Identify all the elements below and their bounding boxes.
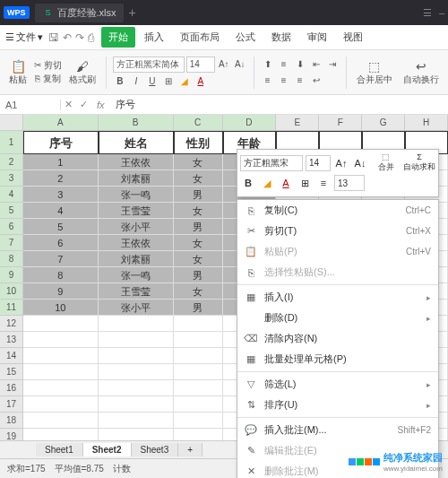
menu-page-layout[interactable]: 页面布局 (173, 27, 227, 48)
col-header[interactable]: C (174, 115, 223, 131)
cancel-icon[interactable]: ✕ (61, 99, 76, 110)
name-box[interactable]: A1 (0, 100, 61, 110)
cell[interactable]: 刘素丽 (99, 170, 174, 187)
minimize-icon[interactable]: – (439, 7, 444, 19)
cell[interactable] (23, 316, 99, 332)
row-header[interactable]: 12 (0, 316, 23, 332)
paste-button[interactable]: 📋粘贴 (5, 57, 30, 88)
formula-input[interactable]: 序号 (110, 98, 141, 111)
row-header[interactable]: 17 (0, 396, 23, 413)
cell[interactable]: 张小平 (99, 219, 174, 235)
cell[interactable]: 男 (174, 267, 223, 283)
mini-font-color-icon[interactable]: A (278, 175, 294, 191)
cell[interactable]: 女 (174, 203, 223, 219)
row-header[interactable]: 15 (0, 364, 23, 380)
cell[interactable]: 序号 (23, 131, 99, 154)
cell[interactable]: 男 (174, 300, 223, 316)
row-header[interactable]: 16 (0, 380, 23, 396)
align-center-icon[interactable]: ≡ (277, 74, 291, 88)
cell[interactable] (23, 413, 99, 429)
cell[interactable]: 10 (23, 300, 99, 316)
cell[interactable]: 女 (174, 283, 223, 300)
indent-right-icon[interactable]: ⇥ (325, 57, 340, 72)
cell[interactable]: 女 (174, 251, 223, 267)
select-all-corner[interactable] (0, 115, 23, 131)
copy-button[interactable]: ⎘ 复制 (35, 73, 61, 85)
cell[interactable] (23, 380, 99, 396)
mini-border-icon[interactable]: ⊞ (297, 175, 313, 191)
bold-button[interactable]: B (113, 74, 127, 89)
row-header[interactable]: 14 (0, 348, 23, 364)
row-header[interactable]: 8 (0, 251, 23, 267)
mini-merge-button[interactable]: ⬚合并 (378, 152, 394, 173)
format-painter-button[interactable]: 🖌格式刷 (65, 57, 99, 88)
new-tab-button[interactable]: + (129, 5, 136, 20)
cell[interactable] (99, 413, 174, 429)
settings-icon[interactable]: ☰ (423, 7, 432, 19)
cell[interactable]: 姓名 (99, 131, 174, 154)
add-sheet-button[interactable]: + (178, 443, 202, 456)
cell[interactable] (99, 332, 174, 348)
row-header[interactable]: 5 (0, 203, 23, 219)
cm-insert[interactable]: ▦插入(I)▸ (237, 287, 438, 308)
row-header[interactable]: 7 (0, 235, 23, 251)
cell[interactable]: 1 (23, 154, 99, 170)
row-header[interactable]: 9 (0, 267, 23, 283)
col-header[interactable]: E (276, 115, 319, 131)
cell[interactable]: 4 (23, 203, 99, 219)
cell[interactable] (23, 348, 99, 364)
cm-copy[interactable]: ⎘复制(C)Ctrl+C (237, 200, 438, 221)
cell[interactable] (174, 364, 223, 380)
col-header[interactable]: A (23, 115, 99, 131)
cell[interactable] (23, 396, 99, 413)
font-size-select[interactable]: 14 (186, 56, 215, 73)
menu-start[interactable]: 开始 (101, 27, 135, 48)
font-color-button[interactable]: A (194, 74, 208, 89)
align-right-icon[interactable]: ≡ (293, 74, 307, 88)
cut-button[interactable]: ✂ 剪切 (34, 59, 62, 72)
col-header[interactable]: D (223, 115, 277, 131)
cm-batch[interactable]: ▦批量处理单元格(P) (237, 349, 438, 369)
row-header[interactable]: 10 (0, 283, 23, 300)
file-tab[interactable]: S 百度经验.xlsx (35, 4, 124, 22)
cell[interactable] (99, 364, 174, 380)
cell[interactable]: 6 (23, 235, 99, 251)
align-left-icon[interactable]: ≡ (261, 74, 275, 88)
row-header[interactable]: 1 (0, 131, 23, 154)
menu-view[interactable]: 视图 (336, 27, 370, 48)
align-middle-icon[interactable]: ≡ (277, 57, 291, 72)
row-header[interactable]: 3 (0, 170, 23, 187)
menu-data[interactable]: 数据 (264, 27, 298, 48)
row-header[interactable]: 13 (0, 332, 23, 348)
cell[interactable]: 刘素丽 (99, 251, 174, 267)
cell[interactable]: 女 (174, 154, 223, 170)
cm-filter[interactable]: ▽筛选(L)▸ (237, 374, 438, 395)
merge-center-button[interactable]: ⬚合并居中 (353, 57, 396, 88)
cell[interactable] (23, 364, 99, 380)
mini-dec-font-icon[interactable]: A↓ (352, 155, 368, 171)
sheet-tab[interactable]: Sheet3 (132, 443, 179, 456)
save-icon[interactable]: 🖫 (48, 31, 59, 44)
menu-review[interactable]: 审阅 (300, 27, 334, 48)
increase-font-icon[interactable]: A↑ (217, 57, 231, 72)
wrap-icon[interactable]: ↩ (309, 74, 323, 88)
row-header[interactable]: 2 (0, 154, 23, 170)
cell[interactable]: 张一鸣 (99, 187, 174, 203)
row-header[interactable]: 4 (0, 187, 23, 203)
cell[interactable]: 王依依 (99, 235, 174, 251)
cell[interactable] (99, 380, 174, 396)
wrap-text-button[interactable]: ↩自动换行 (400, 57, 443, 88)
underline-button[interactable]: U (145, 74, 159, 89)
mini-align-icon[interactable]: ≡ (315, 175, 332, 191)
cell[interactable]: 男 (174, 219, 223, 235)
cm-delete[interactable]: 删除(D)▸ (237, 308, 438, 328)
cell[interactable]: 女 (174, 170, 223, 187)
mini-bold-icon[interactable]: B (240, 175, 256, 191)
menu-file[interactable]: ☰ 文件 ▾ (5, 30, 43, 44)
cm-paste[interactable]: 📋粘贴(P)Ctrl+V (237, 241, 438, 262)
decrease-font-icon[interactable]: A↓ (233, 57, 247, 72)
align-top-icon[interactable]: ⬆ (261, 57, 275, 72)
col-header[interactable]: F (319, 115, 362, 131)
fill-color-button[interactable]: ◢ (177, 74, 192, 89)
cell[interactable] (174, 348, 223, 364)
